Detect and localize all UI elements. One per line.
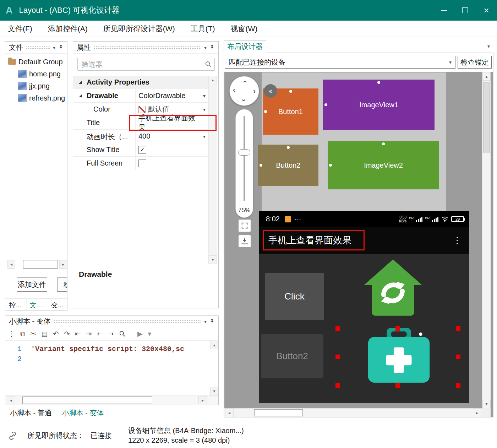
scroll-left-button[interactable]: ◂ [7, 396, 15, 404]
nav-left-icon[interactable]: › [233, 87, 235, 95]
chevron-down-icon[interactable]: ▾ [204, 45, 207, 50]
scroll-down-button[interactable]: ▾ [209, 255, 217, 264]
nav-pad[interactable]: › › › › [229, 76, 259, 106]
export-image-button[interactable] [238, 235, 251, 248]
indent-left-icon[interactable]: ⇤ [75, 330, 81, 338]
checkbox-unchecked[interactable] [138, 160, 146, 167]
selection-handle[interactable] [456, 383, 460, 388]
prop-value-text[interactable]: 手机上查看界面效果 [135, 116, 208, 129]
filter-input[interactable] [77, 58, 215, 71]
selection-box[interactable] [338, 328, 458, 386]
nav-up-icon[interactable]: › [241, 81, 248, 83]
selection-handle[interactable] [456, 326, 460, 331]
run-icon[interactable]: ▶ [137, 330, 143, 338]
widget-imageview1[interactable]: ImageView1 [323, 80, 435, 130]
file-row[interactable]: refresh.png [5, 92, 67, 104]
code-horizontal-scrollbar[interactable]: ◂ ▸ [5, 395, 218, 405]
menu-item-tools[interactable]: 工具(T) [191, 24, 215, 34]
indent-right-icon[interactable]: ⇥ [86, 330, 92, 338]
prop-value-dropdown[interactable]: 400 ▾ [135, 130, 208, 143]
maximize-button[interactable] [454, 0, 476, 21]
file-row[interactable]: home.png [5, 68, 67, 80]
code-editor[interactable]: 1 'Variant specific script: 320x480,sc 2 [5, 341, 208, 395]
tab-layout-designer[interactable]: 布局设计器 [224, 40, 266, 53]
file-group-row[interactable]: Default Group [5, 56, 67, 68]
widget-imageview2[interactable]: ImageView2 [328, 141, 439, 189]
widget-button2[interactable]: Button2 [258, 145, 318, 186]
prop-row-title[interactable]: Title 手机上查看界面效果 [73, 116, 208, 130]
selection-handle[interactable] [335, 383, 340, 388]
scroll-up-button[interactable]: ▴ [482, 72, 491, 81]
chevron-down-icon[interactable]: ▾ [53, 45, 55, 50]
tab-script-variant[interactable]: 小脚本 - 变体 [57, 407, 109, 419]
pin-icon[interactable] [209, 319, 215, 324]
prop-value-dropdown[interactable]: ColorDrawable ▾ [135, 89, 208, 102]
scroll-box[interactable] [23, 260, 58, 269]
zoom-slider-track[interactable] [244, 116, 245, 201]
redo-icon[interactable]: ↷ [64, 330, 70, 338]
menu-item-wysiwyg-designer[interactable]: 所见即所得设计器(W) [103, 24, 175, 34]
undo-icon[interactable]: ↶ [53, 330, 59, 338]
device-selector[interactable]: 匹配已连接的设备 ▾ [225, 56, 455, 69]
scrollbar-thumb[interactable] [483, 82, 490, 153]
scroll-right-button[interactable]: ▸ [59, 260, 67, 269]
cut-icon[interactable]: ✂ [31, 330, 36, 338]
design-canvas[interactable]: Button1 ImageView1 Button2 ImageView2 › … [224, 72, 493, 417]
canvas-horizontal-scrollbar[interactable]: ◂ ▸ [224, 408, 482, 417]
shift-right-icon[interactable]: ⇢ [108, 330, 114, 338]
canvas-vertical-scrollbar[interactable]: ▴ ▾ [482, 72, 491, 408]
menu-item-add-views[interactable]: 添加控件(A) [48, 24, 88, 34]
prop-row-animation-duration[interactable]: 动画时长（... 400 ▾ [73, 130, 208, 143]
scroll-up-button[interactable]: ▴ [209, 76, 217, 84]
scroll-left-button[interactable]: ◂ [7, 260, 15, 269]
file-row[interactable]: jjx.png [5, 80, 67, 92]
tab-files[interactable]: 文... [27, 299, 45, 311]
selection-handle[interactable] [335, 326, 340, 331]
pin-icon[interactable] [58, 45, 64, 50]
fit-screen-button[interactable] [238, 219, 251, 232]
collapse-panel-button[interactable]: « [264, 84, 277, 98]
copy-icon[interactable]: ⧉ [20, 330, 25, 338]
checkbox-checked[interactable]: ✓ [138, 146, 146, 154]
shift-left-icon[interactable]: ⇠ [97, 330, 103, 338]
zoom-slider[interactable]: 75% [235, 109, 253, 218]
move-file-button[interactable]: 移 [57, 277, 67, 292]
zoom-slider-thumb[interactable] [238, 149, 250, 156]
tab-views[interactable]: 控... [7, 299, 24, 311]
selection-handle[interactable] [395, 383, 400, 388]
add-file-button[interactable]: 添加文件 [17, 277, 47, 292]
check-anchor-button[interactable]: 检查锚定 [458, 56, 492, 69]
menu-item-window[interactable]: 视窗(W) [230, 24, 257, 34]
prop-row-drawable[interactable]: Drawable ColorDrawable ▾ [73, 89, 208, 103]
expander-icon[interactable] [79, 81, 82, 84]
prop-category-row[interactable]: Activity Properties [73, 76, 208, 89]
search-icon[interactable] [119, 330, 126, 337]
chevron-down-icon[interactable]: ▾ [487, 44, 490, 49]
scroll-up-button[interactable]: ▴ [210, 341, 218, 349]
menu-item-file[interactable]: 文件(F) [8, 24, 32, 34]
minimize-button[interactable] [433, 0, 454, 21]
code-vertical-scrollbar[interactable]: ▴ ▾ [210, 341, 218, 395]
prop-scrollbar[interactable]: ▴ ▾ [208, 76, 217, 264]
tab-variants[interactable]: 变... [48, 299, 66, 311]
selection-handle[interactable] [395, 326, 400, 331]
selection-handle[interactable] [335, 355, 340, 359]
expander-icon[interactable] [79, 94, 82, 97]
prop-row-full-screen[interactable]: Full Screen [73, 157, 208, 170]
pin-icon[interactable] [209, 45, 215, 50]
scroll-down-button[interactable]: ▾ [210, 387, 218, 395]
chevron-down-icon[interactable]: ▾ [204, 319, 207, 324]
close-button[interactable]: × [476, 0, 497, 21]
scroll-box[interactable] [254, 409, 303, 416]
prop-row-show-title[interactable]: Show Title ✓ [73, 143, 208, 157]
scroll-box[interactable] [22, 396, 152, 404]
paste-icon[interactable]: ▤ [42, 330, 48, 338]
selection-handle[interactable] [456, 355, 460, 359]
nav-right-icon[interactable]: › [253, 87, 256, 95]
scroll-down-button[interactable]: ▾ [482, 400, 491, 408]
nav-down-icon[interactable]: › [241, 99, 248, 102]
scroll-right-button[interactable]: ▸ [473, 409, 481, 417]
scroll-right-button[interactable]: ▸ [198, 396, 207, 404]
tab-script-general[interactable]: 小脚本 - 普通 [5, 407, 57, 419]
scroll-left-button[interactable]: ◂ [225, 409, 234, 417]
